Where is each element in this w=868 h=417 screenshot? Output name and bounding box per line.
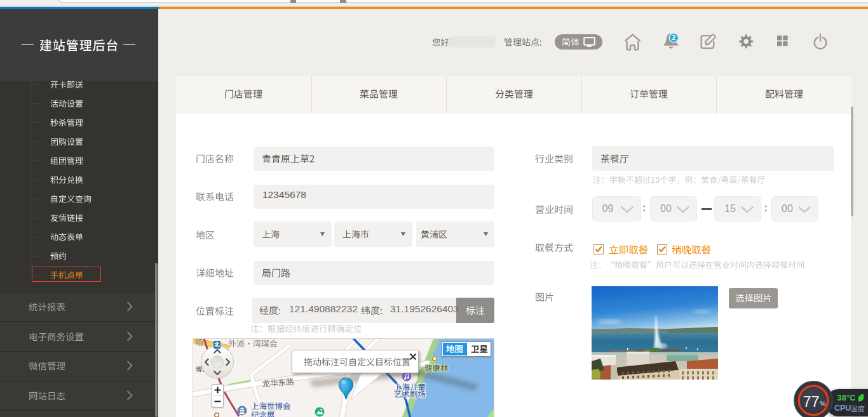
svg-text:2: 2 xyxy=(672,34,676,41)
svg-text:%: % xyxy=(820,400,826,407)
svg-text:77: 77 xyxy=(803,394,819,410)
